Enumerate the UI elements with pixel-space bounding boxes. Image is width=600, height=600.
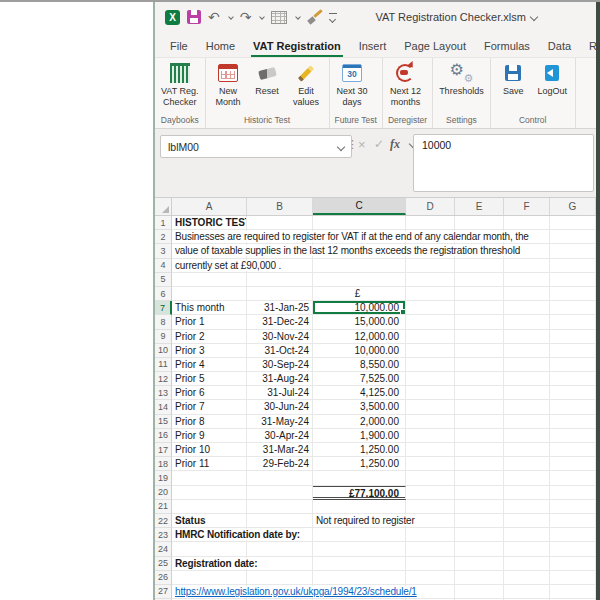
window-title-area[interactable]: VAT Registration Checker.xlsm xyxy=(375,11,536,23)
cell-B7[interactable]: 31-Jan-25 xyxy=(247,301,313,315)
reset-button[interactable]: Reset xyxy=(248,60,287,97)
cell-E25[interactable] xyxy=(455,557,504,571)
cell-C5[interactable] xyxy=(313,273,406,287)
cell-E22[interactable] xyxy=(455,514,504,528)
cell-A25[interactable]: Registration date: xyxy=(172,557,247,571)
cell-D19[interactable] xyxy=(406,471,455,485)
insert-function-icon[interactable]: fx xyxy=(390,137,400,152)
column-header-c[interactable]: C xyxy=(313,198,406,215)
row-header-3[interactable]: 3 xyxy=(155,244,172,258)
cell-F7[interactable] xyxy=(504,301,550,315)
cell-C12[interactable]: 7,525.00 xyxy=(313,372,406,386)
cell-D15[interactable] xyxy=(406,415,455,429)
cell-A6[interactable] xyxy=(172,287,247,301)
tab-data[interactable]: Data xyxy=(539,40,580,57)
cell-D26[interactable] xyxy=(406,571,455,585)
cell-D23[interactable] xyxy=(406,528,455,542)
cell-G5[interactable] xyxy=(550,273,596,287)
cancel-icon[interactable]: × xyxy=(358,137,366,152)
row-header-26[interactable]: 26 xyxy=(155,571,172,585)
undo-icon[interactable]: ↶ xyxy=(208,10,220,24)
row-header-7[interactable]: 7 xyxy=(155,301,172,315)
row-header-17[interactable]: 17 xyxy=(155,443,172,457)
tab-insert[interactable]: Insert xyxy=(350,40,396,57)
format-painter-icon[interactable] xyxy=(307,10,322,24)
cell-E11[interactable] xyxy=(455,358,504,372)
edit-values-button[interactable]: Editvalues xyxy=(287,60,326,108)
cell-E7[interactable] xyxy=(455,301,504,315)
cell-B12[interactable]: 31-Aug-24 xyxy=(247,372,313,386)
cell-A3[interactable]: value of taxable supplies in the last 12… xyxy=(172,244,247,258)
cell-A1[interactable]: HISTORIC TEST xyxy=(172,216,247,230)
cell-D7[interactable] xyxy=(406,301,455,315)
cell-G9[interactable] xyxy=(550,330,596,344)
cell-F21[interactable] xyxy=(504,500,550,514)
cell-F24[interactable] xyxy=(504,542,550,556)
cell-E14[interactable] xyxy=(455,400,504,414)
row-header-21[interactable]: 21 xyxy=(155,500,172,514)
cell-F25[interactable] xyxy=(504,557,550,571)
cell-G18[interactable] xyxy=(550,457,596,471)
row-header-6[interactable]: 6 xyxy=(155,287,172,301)
cell-A13[interactable]: Prior 6 xyxy=(172,386,247,400)
cell-G27[interactable] xyxy=(550,585,596,599)
cell-D18[interactable] xyxy=(406,457,455,471)
cell-G22[interactable] xyxy=(550,514,596,528)
column-header-g[interactable]: G xyxy=(550,198,596,215)
cell-B6[interactable] xyxy=(247,287,313,301)
cell-D17[interactable] xyxy=(406,443,455,457)
row-header-4[interactable]: 4 xyxy=(155,259,172,273)
next-30-days-button[interactable]: Next 30days xyxy=(333,60,372,108)
cell-F11[interactable] xyxy=(504,358,550,372)
cell-C4[interactable] xyxy=(313,259,406,273)
cell-E26[interactable] xyxy=(455,571,504,585)
cell-A14[interactable]: Prior 7 xyxy=(172,400,247,414)
cell-D20[interactable] xyxy=(406,486,455,500)
cell-C11[interactable]: 8,550.00 xyxy=(313,358,406,372)
cell-F13[interactable] xyxy=(504,386,550,400)
tab-review[interactable]: Review xyxy=(580,40,600,57)
cell-C8[interactable]: 15,000.00 xyxy=(313,315,406,329)
cell-B8[interactable]: 31-Dec-24 xyxy=(247,315,313,329)
cell-F8[interactable] xyxy=(504,315,550,329)
cell-C14[interactable]: 3,500.00 xyxy=(313,400,406,414)
tab-file[interactable]: File xyxy=(161,40,197,57)
chevron-down-icon[interactable] xyxy=(296,14,302,20)
cell-A7[interactable]: This month xyxy=(172,301,247,315)
cell-G3[interactable] xyxy=(550,244,596,258)
cell-D1[interactable] xyxy=(406,216,455,230)
row-header-24[interactable]: 24 xyxy=(155,542,172,556)
cell-A26[interactable] xyxy=(172,571,247,585)
cell-B24[interactable] xyxy=(247,542,313,556)
legislation-link[interactable]: https://www.legislation.gov.uk/ukpga/199… xyxy=(172,585,247,599)
excel-logo-icon[interactable] xyxy=(165,10,180,25)
cell-F26[interactable] xyxy=(504,571,550,585)
cell-F5[interactable] xyxy=(504,273,550,287)
cell-B19[interactable] xyxy=(247,471,313,485)
chevron-down-icon[interactable] xyxy=(260,14,266,20)
cell-E10[interactable] xyxy=(455,344,504,358)
tab-formulas[interactable]: Formulas xyxy=(475,40,539,57)
row-header-1[interactable]: 1 xyxy=(155,216,172,230)
cell-A10[interactable]: Prior 3 xyxy=(172,344,247,358)
cell-D8[interactable] xyxy=(406,315,455,329)
table-icon[interactable] xyxy=(271,11,287,24)
cell-E13[interactable] xyxy=(455,386,504,400)
customize-qat-icon[interactable] xyxy=(329,13,337,22)
row-header-20[interactable]: 20 xyxy=(155,486,172,500)
row-header-11[interactable]: 11 xyxy=(155,358,172,372)
cell-G7[interactable] xyxy=(550,301,596,315)
cell-A16[interactable]: Prior 9 xyxy=(172,429,247,443)
cell-D14[interactable] xyxy=(406,400,455,414)
cell-E5[interactable] xyxy=(455,273,504,287)
cell-F12[interactable] xyxy=(504,372,550,386)
column-header-f[interactable]: F xyxy=(504,198,550,215)
cell-G19[interactable] xyxy=(550,471,596,485)
cell-B11[interactable]: 30-Sep-24 xyxy=(247,358,313,372)
cell-A9[interactable]: Prior 2 xyxy=(172,330,247,344)
cell-E4[interactable] xyxy=(455,259,504,273)
cell-C25[interactable] xyxy=(313,557,406,571)
cell-A12[interactable]: Prior 5 xyxy=(172,372,247,386)
select-all-corner[interactable] xyxy=(155,198,172,215)
new-month-button[interactable]: NewMonth xyxy=(209,60,248,108)
